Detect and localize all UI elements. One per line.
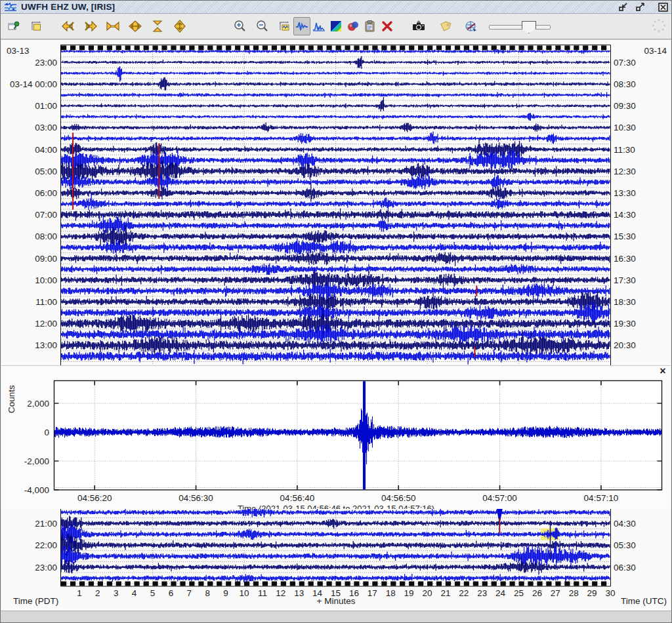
maximize-icon (636, 3, 645, 11)
tile-settings-button[interactable] (28, 17, 45, 35)
camera-icon (411, 20, 426, 33)
seismogram-row (61, 161, 610, 182)
seismogram-row (61, 533, 610, 556)
minute-tick-label: 20 (422, 588, 432, 598)
time-utc-label: Time (UTC) (621, 596, 667, 606)
utc-hour-label: 08:30 (614, 79, 636, 89)
seismogram-row (61, 321, 610, 348)
utc-hour-label: 20:30 (614, 340, 636, 350)
zoom-in-button[interactable] (232, 17, 249, 35)
time-tick-label: 04:57:00 (482, 493, 517, 503)
minute-tick-label: 12 (276, 588, 285, 598)
counts-axis-label: Counts (7, 360, 17, 439)
seismogram-row (61, 291, 610, 312)
utc-hour-label: 18:30 (614, 297, 636, 307)
minute-tick-label: 6 (169, 588, 174, 598)
expand-amplitude-icon (173, 20, 186, 33)
zoom-panel-close-button[interactable]: × (657, 365, 669, 377)
pin-icon (8, 20, 21, 33)
restore-window-button[interactable] (618, 2, 629, 12)
speed-slider[interactable] (489, 20, 549, 33)
zoom-in-icon (234, 20, 247, 33)
time-tick-label: 04:56:40 (280, 493, 315, 503)
counts-tick-label: 2,000 (27, 399, 49, 409)
seismogram-row (61, 113, 610, 121)
waveform-view-button[interactable] (293, 17, 310, 35)
zoom-out-button[interactable] (254, 17, 271, 35)
snapshot-button[interactable] (410, 17, 427, 35)
map-icon (464, 20, 478, 33)
time-tick-label: 04:57:10 (584, 493, 619, 503)
pdt-hour-label: 08:00 (35, 231, 57, 241)
compress-amplitude-button[interactable] (149, 17, 166, 35)
seismogram-row (61, 193, 610, 211)
spectra-view-icon (312, 20, 326, 33)
clipboard-button[interactable] (362, 17, 379, 35)
minute-tick-label: 5 (150, 588, 156, 598)
seismogram-row (61, 148, 610, 170)
spectrogram-view-button[interactable] (327, 17, 345, 35)
expand-time-icon (128, 20, 142, 33)
utc-hour-label: 05:30 (614, 540, 636, 550)
scale-settings-button[interactable] (276, 17, 293, 35)
scroll-back-icon (61, 20, 75, 33)
seismogram-row (61, 239, 610, 260)
pdt-hour-label: 23:00 (35, 563, 57, 573)
minute-tick-label: 22 (459, 588, 469, 598)
clipboard-icon (364, 20, 377, 33)
helicorder-bottom-panel[interactable]: 21:0022:0023:0004:3005:3006:301234567891… (1, 509, 671, 611)
minute-tick-label: 17 (368, 588, 377, 598)
waveform-zoom-plot[interactable]: 04:56:2004:56:3004:56:4004:56:5004:57:00… (1, 366, 671, 510)
seismogram-row (61, 302, 610, 323)
remove-button[interactable] (379, 17, 396, 35)
pdt-hour-label: 21:00 (35, 519, 57, 529)
helicorder-main-plot[interactable]: 03-1303-1423:0003-14 00:0001:0003:0004:0… (1, 42, 671, 365)
date-right-label: 03-14 (644, 46, 667, 56)
swarm-helicorder-window: UWFH EHZ UW, [IRIS] (0, 0, 672, 623)
pin-button[interactable] (6, 17, 23, 35)
slider-track[interactable] (489, 25, 551, 30)
toolbar (1, 14, 671, 39)
pdt-hour-label: 22:00 (35, 540, 57, 550)
scroll-forward-button[interactable] (82, 17, 99, 35)
seismogram-row (61, 97, 610, 111)
seismogram-row (61, 509, 610, 517)
close-window-button[interactable] (657, 2, 669, 12)
tag-button[interactable] (436, 17, 453, 35)
minute-tick-label: 26 (532, 588, 542, 598)
map-button[interactable] (463, 17, 480, 35)
expand-time-button[interactable] (127, 17, 144, 35)
utc-hour-label: 10:30 (614, 123, 636, 132)
seismogram-row (61, 92, 610, 98)
seismogram-row (61, 270, 610, 289)
seismogram-row (61, 49, 610, 54)
spectra-view-button[interactable] (310, 17, 327, 35)
minute-tick-label: 23 (477, 588, 487, 598)
maximize-window-button[interactable] (635, 2, 646, 12)
seismogram-row (61, 140, 610, 162)
restore-icon (619, 3, 628, 11)
slider-thumb[interactable] (522, 21, 536, 33)
titlebar[interactable]: UWFH EHZ UW, [IRIS] (1, 1, 671, 14)
rsam-view-icon (346, 20, 360, 33)
utc-hour-label: 15:30 (614, 231, 636, 241)
helicorder-main-panel[interactable]: 03-1303-1423:0003-14 00:0001:0003:0004:0… (1, 42, 671, 365)
pdt-hour-label: 04:00 (35, 145, 57, 155)
rsam-view-button[interactable] (345, 17, 362, 35)
minute-tick-label: 30 (605, 588, 615, 598)
pdt-hour-label: 23:00 (35, 58, 57, 68)
scroll-back-button[interactable] (60, 17, 77, 35)
minute-tick-label: 1 (77, 588, 82, 598)
minute-tick-label: 21 (440, 588, 450, 598)
pdt-hour-label: 10:00 (35, 275, 57, 285)
time-tick-label: 04:56:30 (178, 493, 213, 503)
zoom-out-icon (256, 20, 269, 33)
seismogram-row (61, 171, 610, 192)
compress-time-button[interactable] (104, 17, 121, 35)
expand-amplitude-button[interactable] (171, 17, 188, 35)
scale-settings-icon (278, 20, 291, 33)
waveform-zoom-panel[interactable]: 04:56:2004:56:3004:56:4004:56:5004:57:00… (1, 365, 671, 510)
remove-icon (381, 20, 393, 32)
seismogram-row (61, 77, 610, 90)
counts-tick-label: 0 (44, 428, 49, 437)
